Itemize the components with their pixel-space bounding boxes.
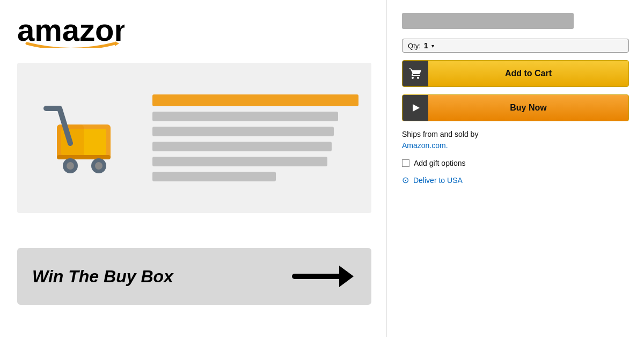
amazon-logo: amazon	[17, 13, 125, 50]
qty-value: 1	[424, 41, 428, 50]
product-description-lines	[152, 94, 358, 181]
left-panel: amazon	[0, 0, 386, 337]
ships-seller-link[interactable]: Amazon.com.	[402, 141, 448, 150]
product-line-1	[152, 112, 338, 121]
gift-checkbox[interactable]	[402, 159, 409, 167]
deliver-to-label: Deliver to USA	[413, 176, 463, 185]
qty-label: Qty:	[408, 42, 421, 50]
svg-point-9	[95, 162, 103, 170]
win-buy-box-text: Win The Buy Box	[32, 267, 173, 287]
product-line-2	[152, 127, 334, 136]
gift-label: Add gift options	[414, 159, 466, 167]
ships-from-text: Ships from and sold by Amazon.com.	[402, 129, 629, 151]
svg-point-7	[67, 162, 74, 170]
buy-now-label: Buy Now	[428, 103, 628, 113]
ships-from-label: Ships from and sold by	[402, 130, 478, 138]
product-line-5	[152, 172, 276, 181]
cart-button-icon	[409, 67, 422, 80]
product-title-line	[152, 94, 358, 106]
buy-now-button[interactable]: Buy Now	[402, 94, 629, 121]
buy-now-icon-box	[402, 94, 428, 121]
play-icon	[410, 102, 421, 113]
qty-chevron-icon: ▾	[431, 43, 434, 49]
qty-selector[interactable]: Qty: 1 ▾	[402, 39, 629, 53]
cart-icon-container	[30, 95, 137, 181]
cart-button-icon-box	[402, 60, 428, 87]
svg-rect-5	[57, 155, 111, 159]
svg-marker-12	[413, 104, 420, 112]
win-buy-box-banner: Win The Buy Box	[17, 248, 371, 305]
price-bar	[402, 13, 574, 29]
gift-options-row[interactable]: Add gift options	[402, 159, 629, 167]
svg-text:amazon: amazon	[17, 13, 125, 47]
product-line-4	[152, 157, 327, 166]
location-icon: ⊙	[402, 175, 409, 185]
deliver-to-row[interactable]: ⊙ Deliver to USA	[402, 175, 629, 185]
product-area	[17, 63, 371, 213]
shopping-cart-icon	[41, 95, 127, 181]
arrow-container	[292, 258, 356, 295]
product-line-3	[152, 142, 332, 151]
right-panel: Qty: 1 ▾ Add to Cart Buy Now Ships from …	[386, 0, 644, 337]
add-to-cart-button[interactable]: Add to Cart	[402, 60, 629, 87]
arrow-icon	[292, 258, 356, 295]
svg-marker-11	[339, 266, 354, 287]
add-to-cart-label: Add to Cart	[428, 69, 628, 78]
